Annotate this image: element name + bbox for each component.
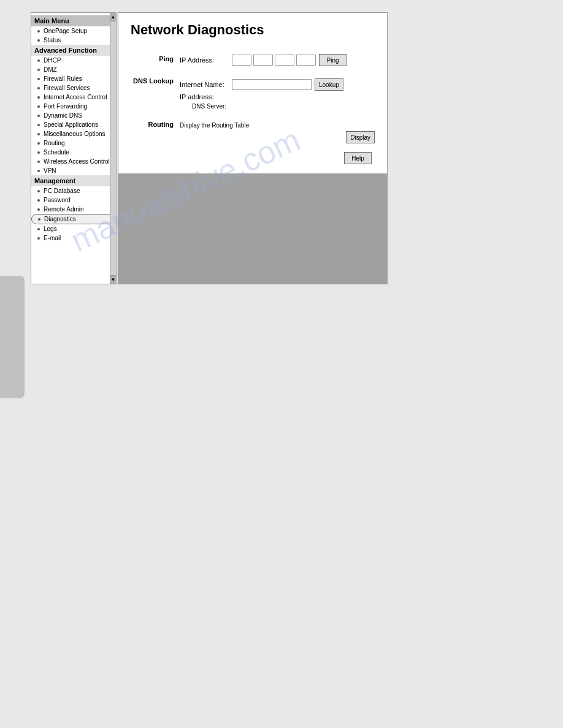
- dns-ip-address-label: IP address:: [180, 93, 229, 100]
- nav-item-special-applications[interactable]: Special Applications: [31, 120, 116, 129]
- dns-server-label: DNS Server:: [192, 103, 226, 110]
- nav-menu: ▲ ▼ Main Menu OnePage Setup Status Advan…: [31, 12, 117, 284]
- nav-item-diagnostics[interactable]: Diagnostics: [31, 214, 116, 224]
- content-panel: Network Diagnostics Ping IP Address:: [118, 12, 388, 284]
- dns-lookup-button[interactable]: Lookup: [315, 78, 343, 91]
- routing-section: Display the Routing Table Display: [180, 122, 375, 143]
- nav-item-miscellaneous-options[interactable]: Miscellaneous Options: [31, 129, 116, 138]
- bullet-icon: [37, 87, 40, 89]
- nav-item-dhcp[interactable]: DHCP: [31, 56, 116, 65]
- ip-input-group: [232, 55, 316, 66]
- dns-internet-name-input[interactable]: [232, 79, 312, 90]
- nav-item-remote-admin[interactable]: Remote Admin: [31, 205, 116, 214]
- bullet-icon: [37, 78, 40, 80]
- ping-content: IP Address: Ping: [180, 50, 375, 72]
- bullet-icon: [37, 133, 40, 135]
- nav-item-vpn[interactable]: VPN: [31, 166, 116, 175]
- dns-content: Internet Name: Lookup IP address: DNS Se…: [180, 72, 375, 116]
- display-row: Display: [180, 131, 375, 143]
- routing-desc: Display the Routing Table: [180, 122, 249, 129]
- dns-section: Internet Name: Lookup IP address: DNS Se…: [180, 78, 375, 110]
- help-row: Help: [131, 152, 375, 164]
- nav-item-one-page-setup[interactable]: OnePage Setup: [31, 26, 116, 36]
- scroll-up-btn[interactable]: ▲: [110, 13, 116, 21]
- bullet-icon: [37, 199, 40, 202]
- bullet-icon: [37, 208, 40, 211]
- page-title: Network Diagnostics: [131, 22, 375, 38]
- nav-item-logs[interactable]: Logs: [31, 224, 116, 233]
- dns-internet-name-row: Internet Name: Lookup: [180, 78, 375, 91]
- nav-item-status[interactable]: Status: [31, 36, 116, 45]
- nav-section-management: Management: [31, 175, 116, 186]
- scroll-down-btn[interactable]: ▼: [110, 275, 116, 284]
- nav-item-internet-access-control[interactable]: Internet Access Control: [31, 93, 116, 102]
- bullet-icon: [37, 151, 40, 154]
- nav-item-firewall-rules[interactable]: Firewall Rules: [31, 74, 116, 83]
- bullet-icon: [37, 59, 40, 62]
- routing-label: Routing: [131, 116, 180, 147]
- bullet-icon: [37, 237, 40, 240]
- dns-row: DNS Lookup Internet Name: Lookup: [131, 72, 375, 116]
- bullet-icon: [37, 142, 40, 145]
- nav-item-password[interactable]: Password: [31, 195, 116, 205]
- bullet-icon: [37, 115, 40, 117]
- ping-button[interactable]: Ping: [319, 54, 347, 66]
- nav-item-wireless-access-control[interactable]: Wireless Access Control: [31, 157, 116, 166]
- bullet-icon: [37, 69, 40, 71]
- nav-item-dmz[interactable]: DMZ: [31, 65, 116, 74]
- bullet-icon: [37, 190, 40, 192]
- nav-item-schedule[interactable]: Schedule: [31, 148, 116, 157]
- routing-desc-row: Display the Routing Table: [180, 122, 375, 129]
- routing-row: Routing Display the Routing Table Displa…: [131, 116, 375, 147]
- nav-item-port-forwarding[interactable]: Port Forwarding: [31, 102, 116, 111]
- ip-octet-2[interactable]: [253, 55, 273, 66]
- bullet-icon: [37, 96, 40, 99]
- dns-label: DNS Lookup: [131, 72, 180, 116]
- nav-item-email[interactable]: E-mail: [31, 233, 116, 243]
- help-button[interactable]: Help: [344, 152, 372, 164]
- ping-label: Ping: [131, 50, 180, 72]
- bullet-icon: [38, 218, 40, 221]
- sidebar-collapse-tab[interactable]: [0, 276, 25, 398]
- dns-internet-name-label: Internet Name:: [180, 81, 229, 88]
- routing-content: Display the Routing Table Display: [180, 116, 375, 147]
- bullet-icon: [37, 105, 40, 108]
- nav-item-dynamic-dns[interactable]: Dynamic DNS: [31, 111, 116, 120]
- diagnostics-table: Ping IP Address:: [131, 50, 375, 147]
- bullet-icon: [37, 228, 40, 230]
- nav-scrollbar[interactable]: ▲ ▼: [110, 13, 116, 284]
- nav-section-advanced: Advanced Function: [31, 45, 116, 56]
- dns-ip-address-row: IP address:: [180, 93, 375, 100]
- nav-item-pc-database[interactable]: PC Database: [31, 186, 116, 195]
- dns-server-row: DNS Server:: [180, 103, 375, 110]
- nav-item-firewall-services[interactable]: Firewall Services: [31, 83, 116, 93]
- ping-ip-row: IP Address: Ping: [180, 54, 375, 66]
- nav-item-routing[interactable]: Routing: [31, 138, 116, 148]
- nav-title: Main Menu: [31, 15, 116, 26]
- gray-area: [118, 173, 387, 284]
- ip-octet-1[interactable]: [232, 55, 251, 66]
- ip-octet-4[interactable]: [296, 55, 316, 66]
- bullet-icon: [37, 124, 40, 126]
- content-inner: Network Diagnostics Ping IP Address:: [118, 13, 387, 173]
- ip-octet-3[interactable]: [275, 55, 294, 66]
- display-button[interactable]: Display: [346, 131, 375, 143]
- bullet-icon: [37, 30, 40, 32]
- bullet-icon: [37, 39, 40, 42]
- ping-row: Ping IP Address:: [131, 50, 375, 72]
- bullet-icon: [37, 170, 40, 172]
- ping-ip-label: IP Address:: [180, 56, 229, 64]
- bullet-icon: [37, 161, 40, 163]
